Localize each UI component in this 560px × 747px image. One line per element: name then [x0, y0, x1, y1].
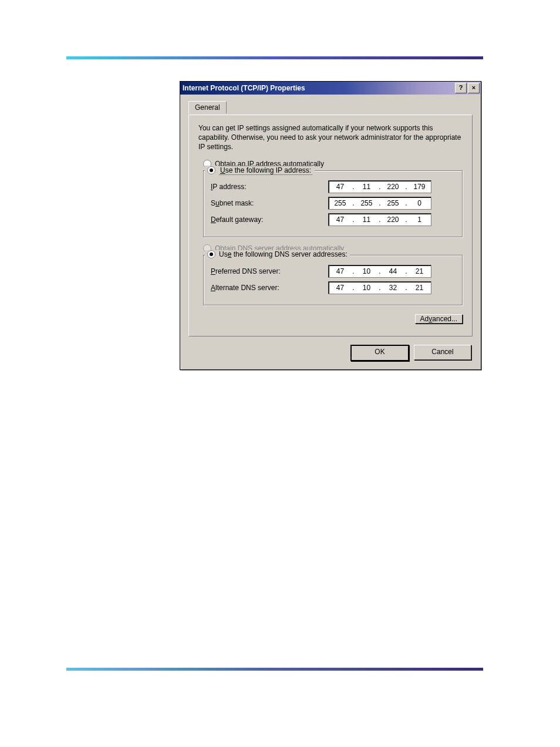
fieldset-use-following-ip: Use the following IP address: IP address… [203, 170, 463, 237]
intro-text: You can get IP settings assigned automat… [198, 123, 463, 152]
page-header-rule [66, 56, 483, 59]
input-preferred-dns[interactable]: 47. 10. 44. 21 [328, 265, 431, 278]
label-default-gateway: Default gateway: [211, 216, 328, 224]
close-button[interactable]: × [468, 83, 480, 93]
cancel-button[interactable]: Cancel [414, 345, 471, 360]
advanced-button[interactable]: Advanced... [415, 314, 463, 324]
ok-button[interactable]: OK [350, 345, 409, 361]
input-subnet-mask[interactable]: 255. 255. 255. 0 [328, 197, 431, 210]
titlebar-text: Internet Protocol (TCP/IP) Properties [183, 82, 454, 95]
radio-use-following-dns[interactable] [207, 250, 215, 258]
fieldset-use-following-dns: Use the following DNS server addresses: … [203, 255, 463, 305]
input-alternate-dns[interactable]: 47. 10. 32. 21 [328, 281, 431, 294]
tcpip-properties-dialog: Internet Protocol (TCP/IP) Properties ? … [180, 81, 481, 370]
label-subnet-mask: Subnet mask: [211, 199, 328, 207]
tab-strip: General [188, 100, 473, 115]
label-ip-address: IP address: [211, 183, 328, 191]
tab-pane-general: You can get IP settings assigned automat… [188, 115, 473, 337]
label-preferred-dns: Preferred DNS server: [211, 267, 328, 275]
tab-general[interactable]: General [188, 101, 227, 113]
radio-use-following-ip[interactable] [207, 166, 215, 174]
page-footer-rule [66, 668, 483, 671]
titlebar: Internet Protocol (TCP/IP) Properties ? … [180, 82, 481, 95]
input-default-gateway[interactable]: 47. 11. 220. 1 [328, 213, 431, 226]
input-ip-address[interactable]: 47. 11. 220. 179 [328, 180, 431, 193]
help-button[interactable]: ? [455, 83, 467, 93]
label-alternate-dns: Alternate DNS server: [211, 284, 328, 292]
